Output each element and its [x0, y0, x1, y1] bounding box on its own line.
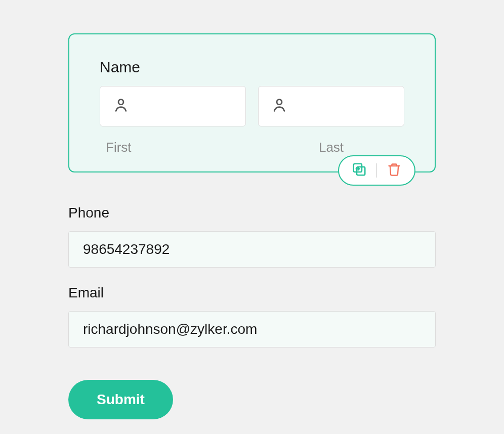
name-label: Name [100, 59, 404, 76]
last-name-sublabel: Last [258, 140, 404, 155]
phone-label: Phone [68, 205, 436, 221]
person-icon [112, 97, 130, 116]
first-name-input[interactable] [130, 99, 245, 114]
pill-divider [376, 163, 377, 178]
first-name-sublabel: First [100, 140, 246, 155]
switch-icon [352, 162, 367, 179]
phone-input[interactable] [68, 231, 436, 268]
trash-icon [387, 162, 401, 179]
email-field: Email [68, 285, 436, 348]
last-name-input[interactable] [288, 99, 404, 114]
first-name-col: First [100, 86, 246, 155]
submit-button[interactable]: Submit [68, 380, 173, 419]
last-name-col: Last [258, 86, 404, 155]
name-row: First Last [100, 86, 404, 155]
svg-point-0 [118, 100, 123, 105]
email-label: Email [68, 285, 436, 301]
phone-field: Phone [68, 205, 436, 268]
first-name-input-wrapper[interactable] [100, 86, 246, 126]
field-action-pill [338, 155, 415, 186]
delete-field-button[interactable] [386, 162, 402, 179]
svg-point-1 [277, 100, 282, 105]
name-field-group: Name First [68, 33, 436, 172]
person-icon [271, 97, 288, 116]
last-name-input-wrapper[interactable] [258, 86, 404, 126]
change-field-button[interactable] [351, 162, 367, 179]
email-input[interactable] [68, 311, 436, 348]
